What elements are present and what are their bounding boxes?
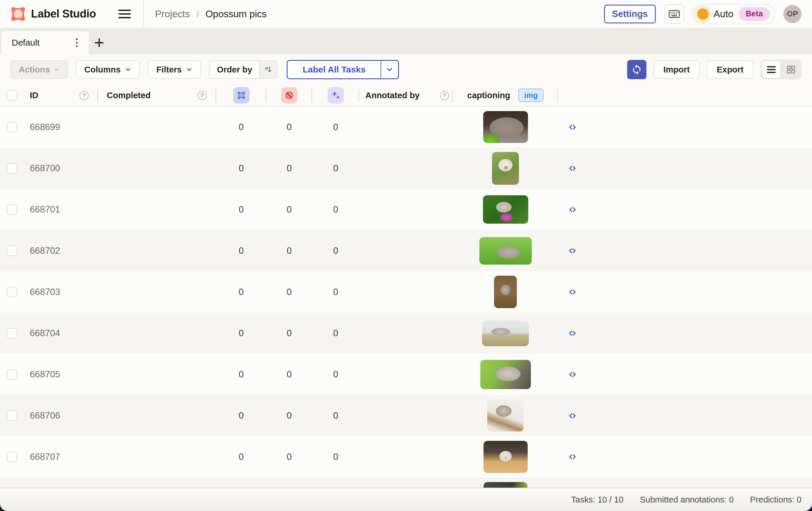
breadcrumb-projects-link[interactable]: Projects (155, 8, 190, 20)
code-brackets-icon (566, 122, 579, 132)
column-header-annotations[interactable] (216, 85, 266, 106)
task-image-thumbnail[interactable] (480, 360, 531, 389)
label-all-tasks-button[interactable]: Label All Tasks (287, 60, 399, 79)
breadcrumb-separator: / (196, 8, 199, 20)
help-icon[interactable]: ? (80, 91, 89, 100)
column-header-captioning[interactable]: captioning img (453, 85, 558, 106)
app-logo[interactable]: Label Studio (10, 6, 96, 22)
row-checkbox[interactable] (7, 369, 17, 380)
column-header-cancelled[interactable] (266, 85, 312, 106)
predictions-count: 0 (333, 122, 338, 132)
select-all-checkbox[interactable] (7, 90, 17, 100)
task-image-thumbnail[interactable] (492, 152, 519, 185)
row-checkbox[interactable] (7, 163, 17, 174)
show-source-button[interactable] (558, 477, 587, 488)
row-checkbox[interactable] (7, 287, 17, 297)
table-row[interactable]: 668699 0 0 0 (0, 107, 812, 148)
topbar-right-group: Settings Auto Beta OP (604, 4, 802, 24)
predictions-count: 0 (333, 287, 338, 297)
show-source-button[interactable] (558, 271, 587, 312)
help-icon[interactable]: ? (440, 91, 449, 100)
column-header-predictions[interactable] (312, 85, 359, 106)
prohibition-icon (284, 90, 294, 100)
row-checkbox[interactable] (7, 204, 17, 215)
table-row[interactable]: 668703 0 0 0 (0, 271, 812, 312)
main-menu-button[interactable] (117, 6, 132, 22)
tab-default[interactable]: Default (1, 31, 89, 54)
toolbar-right-group: Import Export (627, 60, 802, 80)
columns-dropdown[interactable]: Columns (76, 61, 140, 79)
column-header-annotated-by[interactable]: Annotated by ? (359, 85, 453, 106)
table-row[interactable]: 668705 0 0 0 (0, 354, 812, 395)
column-header-id[interactable]: ID ? (0, 85, 98, 106)
import-button[interactable]: Import (654, 61, 700, 79)
auto-mode-toggle[interactable]: Auto Beta (693, 4, 775, 24)
table-row[interactable]: 668706 0 0 0 (0, 395, 812, 436)
user-avatar[interactable]: OP (783, 5, 802, 23)
task-image-thumbnail[interactable] (484, 482, 527, 488)
predictions-count: 0 (333, 328, 338, 338)
predictions-count: 0 (333, 163, 338, 174)
table-row[interactable]: 668700 0 0 0 (0, 148, 812, 189)
show-source-button[interactable] (558, 312, 587, 354)
row-checkbox[interactable] (7, 411, 17, 421)
show-source-button[interactable] (558, 354, 587, 395)
tab-options-button[interactable] (70, 35, 83, 50)
task-image-thumbnail[interactable] (480, 237, 532, 265)
tab-default-label: Default (12, 38, 39, 48)
completed-cell (98, 189, 216, 230)
show-source-button[interactable] (558, 436, 587, 477)
order-by-button[interactable]: Order by (209, 61, 277, 79)
predictions-count: 0 (333, 452, 338, 462)
annotations-count: 0 (239, 122, 244, 132)
label-all-tasks-label: Label All Tasks (288, 61, 381, 78)
list-view-button[interactable] (762, 61, 780, 78)
table-row[interactable]: 668701 0 0 0 (0, 189, 812, 230)
table-row[interactable]: 668702 0 0 0 (0, 230, 812, 271)
help-icon[interactable]: ? (198, 91, 207, 100)
breadcrumb: Projects / Opossum pics (155, 8, 266, 20)
table-row[interactable]: 668704 0 0 0 (0, 312, 812, 354)
img-type-badge: img (518, 89, 544, 102)
task-image-thumbnail[interactable] (482, 321, 529, 346)
breadcrumb-current-project: Opossum pics (205, 8, 266, 20)
actions-dropdown[interactable]: Actions (10, 61, 68, 79)
row-checkbox[interactable] (7, 452, 17, 462)
show-source-button[interactable] (558, 189, 587, 230)
table-header-row: ID ? Completed ? (0, 85, 812, 107)
settings-button[interactable]: Settings (604, 5, 656, 23)
id-column-label: ID (30, 91, 38, 100)
completed-cell (98, 354, 216, 395)
row-checkbox[interactable] (7, 328, 17, 338)
column-header-completed[interactable]: Completed ? (98, 85, 216, 106)
keyboard-shortcuts-button[interactable] (665, 4, 684, 24)
table-row[interactable] (0, 477, 812, 488)
label-all-tasks-caret[interactable] (381, 61, 398, 78)
table-row[interactable]: 668707 0 0 0 (0, 436, 812, 477)
export-button[interactable]: Export (707, 61, 754, 79)
show-source-button[interactable] (558, 148, 587, 189)
bounding-box-icon (236, 90, 246, 100)
sort-direction-button[interactable] (259, 61, 277, 78)
filters-dropdown[interactable]: Filters (148, 61, 201, 79)
annotated-by-cell (359, 395, 453, 436)
task-image-thumbnail[interactable] (483, 195, 528, 223)
task-image-thumbnail[interactable] (484, 441, 528, 473)
annotations-count: 0 (239, 369, 244, 380)
task-image-thumbnail[interactable] (487, 400, 524, 431)
grid-view-button[interactable] (782, 61, 800, 78)
cancelled-count: 0 (287, 204, 292, 215)
show-source-button[interactable] (558, 107, 587, 148)
code-brackets-icon (566, 411, 579, 420)
add-tab-button[interactable] (89, 31, 109, 54)
row-checkbox[interactable] (7, 246, 17, 256)
refresh-button[interactable] (627, 60, 646, 79)
row-checkbox[interactable] (7, 122, 17, 132)
task-image-thumbnail[interactable] (494, 276, 517, 308)
task-image-thumbnail[interactable] (483, 111, 528, 143)
show-source-button[interactable] (558, 230, 587, 271)
show-source-button[interactable] (558, 395, 587, 436)
captioning-column-label: captioning (467, 91, 511, 100)
label-studio-logo-icon (10, 6, 26, 22)
chevron-down-icon (54, 67, 60, 72)
